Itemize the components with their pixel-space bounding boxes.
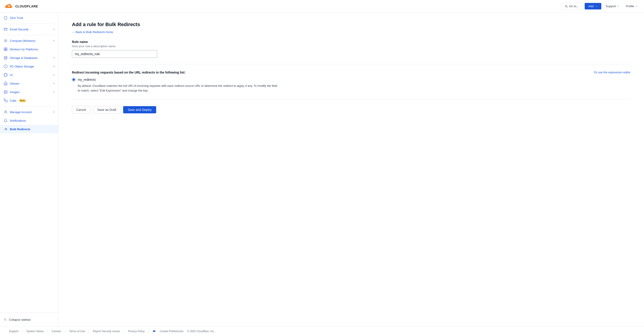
- r2-icon: [4, 64, 8, 68]
- sidebar-item-bulk-redirects[interactable]: Bulk Redirects: [0, 125, 58, 133]
- svg-point-9: [5, 111, 6, 112]
- sidebar-item-storage-databases[interactable]: Storage & Databases ▾: [0, 54, 58, 62]
- main-content: Add a rule for Bulk Redirects ← Back to …: [58, 13, 644, 326]
- sidebar-item-manage-account[interactable]: Manage Account ▾: [0, 108, 58, 116]
- svg-rect-0: [4, 28, 7, 31]
- sidebar-nav: Zero Trust Email Security ▾ Compute (Wor…: [0, 13, 58, 134]
- sidebar-item-stream[interactable]: Stream ▾: [0, 79, 58, 88]
- page-title: Add a rule for Bulk Redirects: [72, 22, 630, 28]
- back-link[interactable]: ← Back to Bulk Redirects home: [72, 30, 113, 34]
- footer-system-status-link[interactable]: System Status: [26, 330, 44, 333]
- calls-icon: [4, 99, 8, 103]
- svg-point-8: [5, 91, 5, 92]
- footer-cookie-prefs-link[interactable]: Cookie Preferences: [160, 330, 183, 333]
- sidebar-item-compute-workers[interactable]: Compute (Workers) ▾: [0, 37, 58, 45]
- sidebar-divider-3: [4, 106, 54, 106]
- collapse-icon: [4, 318, 7, 321]
- logo: CLOUDFLARE: [4, 3, 38, 9]
- cloudflare-logo-icon: [4, 3, 14, 9]
- redirect-list-option: my_redirects: [72, 78, 630, 81]
- redirect-section: Redirect incoming requests based on the …: [72, 71, 630, 93]
- svg-rect-2: [4, 48, 6, 49]
- profile-button[interactable]: Profile: [624, 3, 640, 9]
- calls-beta-badge: Beta: [19, 99, 26, 102]
- manage-account-icon: [4, 110, 8, 114]
- sidebar-bottom: Collapse sidebar: [0, 313, 58, 326]
- svg-point-6: [4, 56, 7, 57]
- redirect-list-radio[interactable]: [72, 78, 76, 81]
- footer-cf-icon: [152, 330, 156, 332]
- expression-editor-link[interactable]: Or use the expression editor: [594, 71, 630, 74]
- section-divider-1: [72, 64, 630, 64]
- images-icon: [4, 90, 8, 94]
- sidebar-item-calls[interactable]: Calls Beta: [0, 96, 58, 105]
- top-nav: CLOUDFLARE Go to... Add Support Profile: [0, 0, 644, 13]
- footer-terms-link[interactable]: Terms of Use: [69, 330, 85, 333]
- ai-icon: [4, 73, 8, 77]
- compute-icon: [4, 39, 8, 43]
- compute-workers-chevron: ▾: [53, 39, 54, 42]
- bulk-redirects-icon: [4, 127, 8, 131]
- sidebar-divider-1: [4, 23, 54, 24]
- cancel-button[interactable]: Cancel: [72, 106, 90, 114]
- nav-right: Go to... Add Support Profile: [561, 3, 640, 10]
- rule-name-label: Rule name: [72, 40, 630, 44]
- storage-icon: [4, 56, 8, 60]
- footer-privacy-link[interactable]: Privacy Policy: [128, 330, 145, 333]
- svg-rect-4: [4, 50, 6, 51]
- footer-copyright: © 2025 Cloudflare, Inc.: [187, 330, 214, 333]
- sidebar-item-notifications[interactable]: Notifications: [0, 116, 58, 125]
- sidebar-item-images[interactable]: Images ▾: [0, 88, 58, 96]
- footer-support-link[interactable]: Support: [9, 330, 18, 333]
- images-chevron: ▾: [53, 91, 54, 94]
- workers-platforms-icon: [4, 47, 8, 51]
- storage-databases-chevron: ▾: [53, 57, 54, 59]
- svg-rect-5: [6, 50, 7, 51]
- notifications-icon: [4, 119, 8, 123]
- manage-account-chevron: ▾: [53, 111, 54, 114]
- sidebar-item-zero-trust[interactable]: Zero Trust: [0, 14, 58, 22]
- sidebar-item-workers-platforms[interactable]: Workers for Platforms: [0, 45, 58, 54]
- redirect-description: By default, Cloudflare matches the full …: [78, 84, 280, 93]
- sidebar-item-email-security[interactable]: Email Security ▾: [0, 25, 58, 34]
- redirect-list-label: my_redirects: [78, 78, 96, 81]
- section-divider-2: [72, 99, 630, 100]
- ai-chevron: ▾: [53, 74, 54, 77]
- redirect-header: Redirect incoming requests based on the …: [72, 71, 630, 74]
- support-chevron-icon: [617, 5, 620, 8]
- footer-report-security-link[interactable]: Report Security Issues: [93, 330, 120, 333]
- svg-rect-3: [6, 48, 7, 49]
- svg-point-1: [5, 40, 6, 41]
- rule-name-input[interactable]: [72, 50, 157, 58]
- save-deploy-button[interactable]: Save and Deploy: [123, 106, 156, 113]
- stream-chevron: ▾: [53, 82, 54, 85]
- support-button[interactable]: Support: [604, 3, 622, 9]
- save-draft-button[interactable]: Save as Draft: [93, 106, 121, 114]
- main-area: Zero Trust Email Security ▾ Compute (Wor…: [0, 13, 644, 326]
- collapse-sidebar-button[interactable]: Collapse sidebar: [0, 315, 58, 324]
- search-icon: [565, 5, 568, 8]
- footer-careers-link[interactable]: Careers: [52, 330, 61, 333]
- add-button[interactable]: Add: [585, 3, 601, 10]
- footer-cloudflare-icon: [152, 330, 156, 332]
- redirect-section-title: Redirect incoming requests based on the …: [72, 71, 186, 74]
- rule-name-section: Rule name Give your rule a descriptive n…: [72, 40, 630, 58]
- profile-chevron-icon: [635, 5, 638, 8]
- sidebar-item-r2-object-storage[interactable]: R2 Object Storage ▾: [0, 62, 58, 71]
- rule-name-hint: Give your rule a descriptive name: [72, 45, 630, 48]
- email-icon: [4, 27, 8, 31]
- action-row: Cancel Save as Draft Save and Deploy: [72, 106, 630, 114]
- sidebar-divider-2: [4, 35, 54, 35]
- logo-text: CLOUDFLARE: [15, 5, 38, 8]
- shield-icon: [4, 16, 8, 20]
- footer: Support | System Status | Careers | Term…: [0, 326, 644, 336]
- chevron-down-icon: [595, 5, 598, 8]
- sidebar: Zero Trust Email Security ▾ Compute (Wor…: [0, 13, 58, 326]
- email-security-chevron: ▾: [53, 28, 54, 31]
- r2-chevron: ▾: [53, 65, 54, 68]
- goto-button[interactable]: Go to...: [561, 3, 582, 10]
- stream-icon: [4, 81, 8, 86]
- sidebar-item-ai[interactable]: AI ▾: [0, 71, 58, 79]
